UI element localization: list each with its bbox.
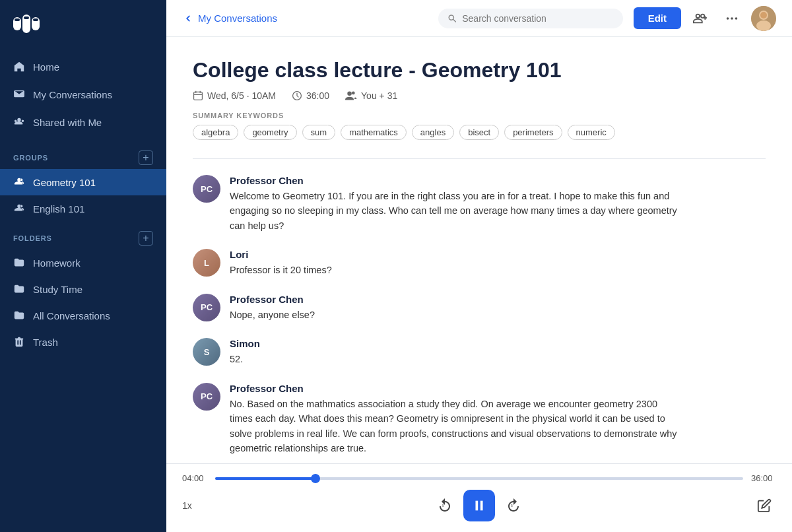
trash-label: Trash — [33, 337, 58, 348]
sidebar-item-study-time[interactable]: Study Time — [0, 276, 166, 302]
sidebar-item-homework[interactable]: Homework — [0, 249, 166, 276]
keyword-tag[interactable]: mathematics — [341, 125, 407, 140]
current-time: 04:00 — [182, 473, 207, 483]
calendar-icon — [193, 90, 203, 101]
add-folder-button[interactable]: + — [139, 231, 153, 246]
message-speaker: Professor Chen — [230, 294, 315, 305]
all-conversations-icon — [13, 310, 25, 321]
trash-icon — [13, 336, 25, 348]
message-item: PCProfessor ChenNope, anyone else? — [193, 294, 766, 322]
homework-label: Homework — [33, 257, 81, 269]
rewind-icon: 5 — [437, 498, 453, 514]
message-body: Professor ChenNope, anyone else? — [230, 294, 315, 322]
folder-icon — [13, 257, 25, 269]
keyword-tag[interactable]: sum — [302, 125, 336, 140]
add-group-button[interactable]: + — [139, 150, 153, 165]
edit-button[interactable]: Edit — [634, 7, 681, 29]
keywords-list: algebrageometrysummathematicsanglesbisec… — [193, 125, 766, 140]
rewind-button[interactable]: 5 — [432, 492, 458, 519]
folders-label: FOLDERS — [13, 234, 52, 242]
pause-button[interactable] — [463, 490, 495, 521]
clock-icon — [292, 90, 302, 101]
message-speaker: Lori — [230, 249, 332, 260]
sidebar-item-trash[interactable]: Trash — [0, 329, 166, 355]
message-body: Professor ChenWelcome to Geometry 101. I… — [230, 175, 678, 233]
message-text: 52. — [230, 352, 260, 366]
keyword-tag[interactable]: angles — [412, 125, 454, 140]
progress-fill — [215, 477, 315, 480]
group-icon-2 — [13, 203, 25, 215]
message-avatar: PC — [193, 383, 220, 411]
controls-row: 1x 5 5 — [182, 490, 776, 521]
logo-icon — [13, 12, 48, 36]
english-101-label: English 101 — [33, 203, 84, 215]
sidebar: Home My Conversations Shared with Me GRO… — [0, 0, 166, 532]
groups-label: GROUPS — [13, 154, 48, 162]
add-participant-icon — [693, 11, 708, 26]
svg-point-15 — [760, 12, 767, 18]
svg-rect-5 — [33, 18, 38, 21]
content-divider — [193, 158, 766, 159]
pencil-icon — [757, 498, 772, 513]
player-bar: 04:00 36:00 1x 5 — [166, 463, 792, 532]
svg-point-11 — [735, 17, 738, 20]
more-options-button[interactable] — [719, 6, 744, 31]
all-conversations-label: All Conversations — [33, 310, 110, 321]
geometry-101-label: Geometry 101 — [33, 177, 96, 188]
meta-row: Wed, 6/5 · 10AM 36:00 You + 31 — [193, 90, 766, 101]
search-icon — [447, 13, 457, 24]
sidebar-item-home-label: Home — [33, 61, 59, 73]
keyword-tag[interactable]: numeric — [568, 125, 615, 140]
sidebar-item-geometry-101[interactable]: Geometry 101 — [0, 169, 166, 195]
progress-thumb[interactable] — [311, 474, 320, 483]
meta-date: Wed, 6/5 · 10AM — [193, 90, 276, 101]
sidebar-nav: Home My Conversations Shared with Me — [0, 48, 166, 141]
message-avatar: L — [193, 249, 220, 277]
message-item: LLoriProfessor is it 20 times? — [193, 249, 766, 277]
svg-rect-20 — [480, 501, 483, 511]
svg-point-9 — [727, 17, 729, 20]
keyword-tag[interactable]: algebra — [193, 125, 238, 140]
back-button[interactable]: My Conversations — [182, 13, 277, 24]
svg-rect-19 — [476, 501, 478, 511]
groups-section-header: GROUPS + — [0, 141, 166, 169]
ellipsis-icon — [725, 11, 739, 26]
sidebar-item-all-conversations[interactable]: All Conversations — [0, 302, 166, 329]
message-text: Nope, anyone else? — [230, 308, 315, 322]
progress-track[interactable] — [215, 477, 743, 480]
pause-icon — [472, 498, 486, 513]
meta-duration-value: 36:00 — [306, 90, 329, 101]
message-body: Professor ChenNo. Based on the mathmatic… — [230, 383, 678, 456]
sidebar-item-shared-with-me[interactable]: Shared with Me — [0, 108, 166, 136]
keyword-tag[interactable]: bisect — [459, 125, 499, 140]
home-icon — [13, 61, 25, 73]
search-box[interactable] — [438, 9, 623, 28]
message-text: Professor is it 20 times? — [230, 263, 332, 277]
conversations-icon — [13, 88, 25, 100]
sidebar-item-shared-with-me-label: Shared with Me — [33, 117, 102, 128]
message-item: SSimon52. — [193, 338, 766, 366]
search-input[interactable] — [462, 13, 613, 24]
main-panel: My Conversations Edit — [166, 0, 792, 532]
sidebar-item-my-conversations[interactable]: My Conversations — [0, 81, 166, 108]
svg-point-14 — [756, 20, 771, 31]
keyword-tag[interactable]: perimeters — [504, 125, 562, 140]
svg-rect-3 — [15, 18, 20, 21]
message-avatar: PC — [193, 175, 220, 203]
user-avatar[interactable] — [751, 6, 776, 31]
svg-point-10 — [731, 17, 733, 20]
meta-duration: 36:00 — [292, 90, 329, 101]
keyword-tag[interactable]: geometry — [244, 125, 296, 140]
edit-transcript-button[interactable] — [752, 494, 776, 517]
study-time-label: Study Time — [33, 284, 82, 295]
speed-label[interactable]: 1x — [182, 500, 192, 511]
keywords-label: SUMMARY KEYWORDS — [193, 112, 766, 119]
sidebar-item-english-101[interactable]: English 101 — [0, 195, 166, 222]
progress-row: 04:00 36:00 — [182, 473, 776, 483]
sidebar-item-home[interactable]: Home — [0, 53, 166, 81]
shared-icon — [13, 116, 25, 128]
svg-rect-4 — [24, 17, 29, 19]
add-participant-button[interactable] — [688, 6, 713, 31]
message-item: PCProfessor ChenNo. Based on the mathmat… — [193, 383, 766, 456]
forward-button[interactable]: 5 — [500, 492, 527, 519]
